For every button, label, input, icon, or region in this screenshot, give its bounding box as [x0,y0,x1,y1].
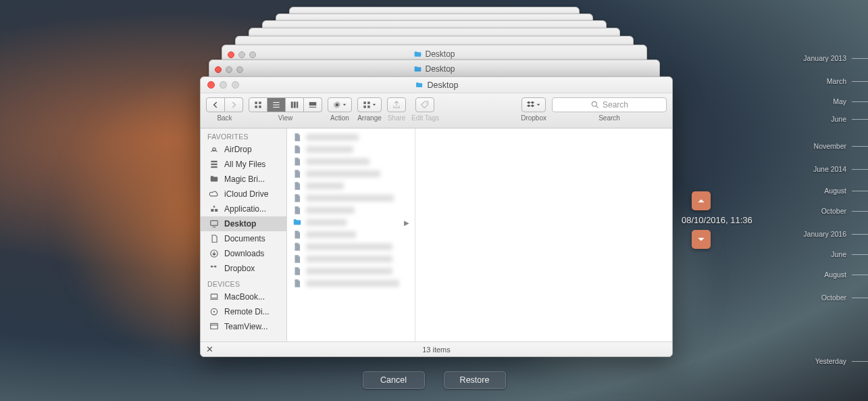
file-name-blurred [306,158,369,165]
sidebar-item-dropbox[interactable]: Dropbox [201,261,286,276]
svg-rect-16 [211,161,217,162]
sidebar-item-label: TeamView... [224,322,267,331]
sidebar-item-desktop[interactable]: Desktop [201,216,286,231]
edit-tags-button[interactable] [415,97,434,112]
file-icon [292,157,302,166]
file-row[interactable] [287,168,415,180]
file-row[interactable] [287,277,415,289]
timeline-entry[interactable]: January 2013 [799,54,868,62]
timeline[interactable]: January 2013MarchMayJuneNovemberJune 201… [787,47,868,387]
item-count: 13 items [422,346,451,354]
view-list-button[interactable] [267,97,286,112]
sidebar-item-all-my-files[interactable]: All My Files [201,157,286,172]
sidebar-item-applicatio-[interactable]: Applicatio... [201,202,286,216]
file-row[interactable] [287,253,415,265]
minimize-icon[interactable] [220,81,227,89]
titlebar[interactable]: Desktop [201,77,672,93]
file-icon [292,133,302,142]
finder-window: Desktop Back [200,76,673,357]
file-row[interactable] [287,265,415,277]
file-columns: ▶ [287,128,672,341]
folder-icon [209,174,220,184]
timeline-entry[interactable]: August [799,270,868,279]
timeline-entry[interactable]: Yesterday [799,357,868,365]
timeline-label: October [799,207,846,215]
dropbox-icon [526,100,536,110]
snapshot-next-button[interactable] [692,230,711,249]
sidebar-header-favorites: Favorites [201,128,286,142]
share-icon [392,100,401,110]
timeline-label: June 2014 [799,165,846,173]
file-name-blurred [306,207,355,214]
desktop-icon [209,219,220,229]
search-input[interactable]: Search [552,97,667,112]
file-row[interactable] [287,241,415,253]
gear-icon [332,100,342,110]
action-button[interactable] [328,97,352,112]
file-row[interactable]: ▶ [287,216,415,229]
svg-rect-21 [211,294,217,298]
toolbar-label-tags: Edit Tags [411,114,439,122]
timeline-tick-icon [852,211,868,212]
cancel-button[interactable]: Cancel [363,371,425,389]
share-button[interactable] [387,97,406,112]
sidebar-item-icloud-drive[interactable]: iCloud Drive [201,187,286,202]
file-row[interactable] [287,204,415,216]
restore-button[interactable]: Restore [444,371,506,389]
timeline-label: October [799,293,846,302]
file-list-column[interactable]: ▶ [287,128,415,341]
timeline-tick-icon [852,58,868,59]
timeline-entry[interactable]: June [799,115,868,123]
close-icon[interactable]: ✕ [206,344,213,354]
sidebar-item-magic-bri-[interactable]: Magic Bri... [201,172,286,187]
timeline-entry[interactable]: June [799,250,868,258]
view-column-button[interactable] [286,97,304,112]
svg-point-23 [213,311,215,312]
documents-icon [209,234,220,243]
folder-icon [292,218,302,227]
window-title: Desktop [428,80,459,90]
arrange-button[interactable] [357,97,382,112]
timeline-label: March [799,77,846,85]
timeline-label: January 2013 [799,54,846,62]
zoom-icon[interactable] [232,81,239,89]
file-row[interactable] [287,131,415,143]
timeline-entry[interactable]: August [799,187,868,195]
svg-rect-10 [367,101,370,104]
sidebar-item-label: Documents [224,234,265,243]
sidebar-item-remote-di-[interactable]: Remote Di... [201,304,286,319]
back-button[interactable] [206,97,225,112]
close-icon[interactable] [207,81,215,89]
file-row[interactable] [287,229,415,241]
file-row[interactable] [287,143,415,156]
view-coverflow-button[interactable] [304,97,322,112]
timeline-tick-icon [852,191,868,191]
icloud-icon [209,189,220,199]
file-row[interactable] [287,156,415,168]
sidebar-item-downloads[interactable]: Downloads [201,246,286,261]
svg-rect-3 [259,105,261,108]
forward-button[interactable] [225,97,243,112]
toolbar-label-search: Search [598,114,620,122]
svg-rect-11 [363,105,366,108]
chevron-up-icon [696,196,706,206]
timeline-entry[interactable]: January 2016 [799,230,868,238]
timeline-entry[interactable]: November [799,142,868,150]
timeline-entry[interactable]: October [799,293,868,302]
sidebar-item-teamview-[interactable]: TeamView... [201,319,286,334]
svg-rect-5 [294,101,296,108]
snapshot-prev-button[interactable] [692,191,711,210]
icon-grid-icon [253,100,263,110]
timeline-entry[interactable]: May [799,97,868,105]
view-icon-button[interactable] [249,97,267,112]
sidebar-item-macbook-[interactable]: MacBook... [201,289,286,304]
search-placeholder: Search [603,100,628,110]
timeline-entry[interactable]: March [799,77,868,85]
file-row[interactable] [287,180,415,192]
timeline-entry[interactable]: October [799,207,868,215]
timeline-entry[interactable]: June 2014 [799,165,868,173]
sidebar-item-documents[interactable]: Documents [201,231,286,246]
file-row[interactable] [287,192,415,204]
sidebar-item-airdrop[interactable]: AirDrop [201,142,286,157]
dropbox-button[interactable] [521,97,546,112]
